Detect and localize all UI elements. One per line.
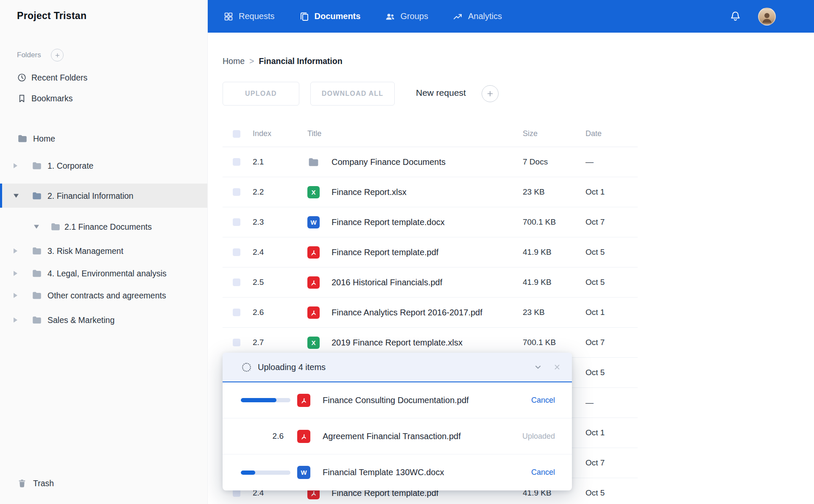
chevron-down-icon[interactable] [14,194,19,198]
row-date: Oct 1 [585,428,638,437]
breadcrumb-home[interactable]: Home [223,56,245,66]
cancel-upload-link[interactable]: Cancel [531,396,555,405]
upload-item-index: 2.6 [223,432,297,441]
table-row[interactable]: 2.1 Company Finance Documents 7 Docs — [223,147,638,177]
sidebar-item-corporate[interactable]: 1. Corporate [0,156,207,175]
download-all-button[interactable]: DOWNLOAD ALL [310,82,395,106]
row-title[interactable]: Finance Report template.pdf [332,248,438,257]
upload-item-name: Financial Template 130WC.docx [323,468,444,477]
row-title[interactable]: 2016 Historical Financials.pdf [332,278,442,287]
grid-icon [223,11,234,22]
sidebar-item-risk-management[interactable]: 3. Risk Management [0,242,207,260]
nav-item-requests[interactable]: Requests [223,11,275,22]
column-header-index[interactable]: Index [253,129,307,138]
folder-icon [307,156,320,168]
upload-button[interactable]: UPLOAD [223,82,299,106]
sidebar-item-label: Recent Folders [31,73,87,83]
sidebar-item-finance-documents[interactable]: 2.1 Finance Documents [0,217,207,236]
folder-icon [31,268,42,279]
chevron-right-icon[interactable] [14,248,17,253]
pdf-file-icon [297,394,310,407]
add-folder-button[interactable] [51,49,64,61]
row-date: Oct 1 [585,308,638,317]
notifications-bell[interactable] [730,11,741,22]
table-row[interactable]: 2.4 Finance Report template.pdf 41.9 KB … [223,237,638,267]
sidebar: Project Tristan Folders Recent Folders B… [0,0,208,504]
row-checkbox[interactable] [233,309,240,316]
column-header-title[interactable]: Title [307,129,523,138]
sidebar-item-label: 1. Corporate [47,161,93,171]
row-checkbox[interactable] [233,158,240,166]
sidebar-item-label: Home [33,134,55,144]
row-title[interactable]: Finance Report.xlsx [332,187,407,197]
new-request-button[interactable] [482,85,499,102]
nav-item-label: Requests [239,11,275,21]
plus-icon [54,52,61,58]
table-row[interactable]: 2.5 2016 Historical Financials.pdf 41.9 … [223,267,638,298]
sidebar-item-financial-information[interactable]: 2. Financial Information [0,184,207,208]
nav-item-documents[interactable]: Documents [299,11,361,22]
trash-icon [17,478,27,488]
upload-item: 2.6 Agreement Financial Transaction.pdf … [223,418,572,454]
row-date: Oct 7 [585,338,638,347]
pdf-file-icon [307,276,320,289]
pdf-file-icon [307,246,320,259]
row-checkbox[interactable] [233,339,240,346]
row-date: Oct 7 [585,458,638,468]
row-title[interactable]: Company Finance Documents [332,157,446,167]
collapse-chevron-icon[interactable] [533,362,543,372]
upload-item: W Financial Template 130WC.docx Cancel [223,454,572,490]
row-index: 2.3 [253,217,307,227]
chevron-right-icon[interactable] [14,293,17,298]
chevron-right-icon[interactable] [14,271,17,276]
nav-item-label: Groups [400,11,428,21]
row-size: 700.1 KB [523,217,585,227]
upload-panel-header: Uploading 4 items [223,353,572,382]
new-request-label[interactable]: New request [416,88,466,98]
row-size: 41.9 KB [523,248,585,257]
row-title[interactable]: 2019 Finance Report template.xlsx [332,338,463,348]
sidebar-item-label: 4. Legal, Environmental analysis [47,269,167,278]
row-size: 7 Docs [523,157,585,167]
sidebar-item-legal-environmental[interactable]: 4. Legal, Environmental analysis [0,264,207,283]
row-index: 2.6 [253,308,307,317]
row-checkbox[interactable] [233,188,240,196]
nav-item-analytics[interactable]: Analytics [453,11,502,22]
row-index: 2.1 [253,157,307,167]
chevron-right-icon[interactable] [14,163,17,168]
row-title[interactable]: Finance Report template.docx [332,217,445,227]
row-checkbox[interactable] [233,278,240,286]
nav-item-groups[interactable]: Groups [385,11,428,22]
sidebar-item-recent-folders[interactable]: Recent Folders [0,68,207,87]
table-row[interactable]: 2.2 XFinance Report.xlsx 23 KB Oct 1 [223,177,638,207]
sidebar-item-home[interactable]: Home [0,129,207,148]
excel-file-icon: X [307,337,320,349]
upload-status: Uploaded [522,432,555,441]
chevron-right-icon[interactable] [14,317,17,323]
row-title[interactable]: Finance Analytics Report 2016-2017.pdf [332,308,482,317]
user-avatar[interactable] [758,8,776,25]
chevron-down-icon[interactable] [34,225,39,229]
table-row[interactable]: 2.6 Finance Analytics Report 2016-2017.p… [223,298,638,328]
folder-icon [31,160,42,171]
row-date: Oct 5 [585,488,638,498]
table-header: Index Title Size Date [223,121,638,147]
row-checkbox[interactable] [233,218,240,226]
folders-label: Folders [17,51,41,59]
table-row[interactable]: 2.3 WFinance Report template.docx 700.1 … [223,207,638,237]
row-size: 700.1 KB [523,338,585,347]
documents-icon [299,11,309,22]
select-all-checkbox[interactable] [233,130,240,138]
sidebar-item-bookmarks[interactable]: Bookmarks [0,89,207,108]
close-icon[interactable] [553,363,561,371]
cancel-upload-link[interactable]: Cancel [531,468,555,477]
sidebar-item-other-contracts[interactable]: Other contracts and agreements [0,286,207,305]
column-header-size[interactable]: Size [523,129,585,138]
column-header-date[interactable]: Date [585,129,638,138]
row-size: 23 KB [523,187,585,197]
sidebar-item-sales-marketing[interactable]: Sales & Marketing [0,311,207,329]
sidebar-item-label: Bookmarks [31,94,73,103]
row-checkbox[interactable] [233,248,240,256]
sidebar-item-trash[interactable]: Trash [0,474,207,493]
row-date: Oct 5 [585,278,638,287]
